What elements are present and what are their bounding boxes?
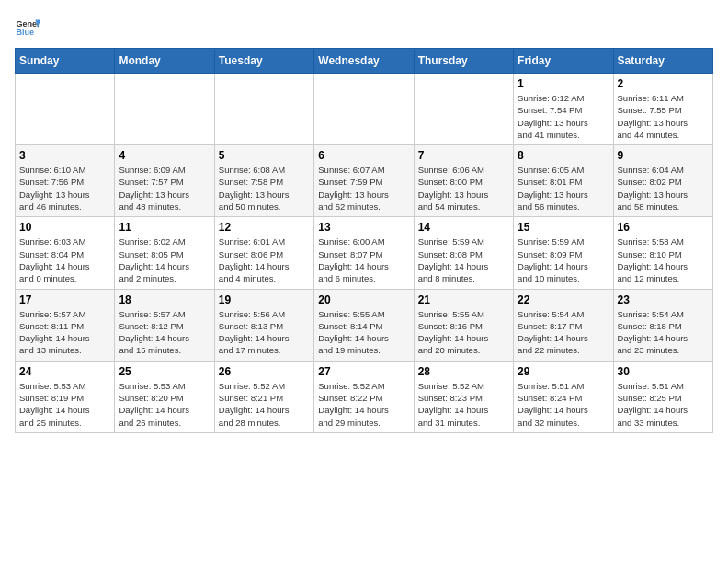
day-number: 26 — [219, 365, 310, 378]
calendar-cell: 26Sunrise: 5:52 AM Sunset: 8:21 PM Dayli… — [214, 361, 313, 432]
day-number: 14 — [418, 221, 509, 234]
calendar-cell: 30Sunrise: 5:51 AM Sunset: 8:25 PM Dayli… — [613, 361, 712, 432]
calendar-cell: 29Sunrise: 5:51 AM Sunset: 8:24 PM Dayli… — [514, 361, 613, 432]
page-header: General Blue — [15, 15, 713, 40]
day-number: 27 — [318, 365, 409, 378]
calendar-table: SundayMondayTuesdayWednesdayThursdayFrid… — [15, 48, 713, 433]
day-number: 20 — [318, 293, 409, 306]
calendar-cell — [414, 74, 513, 145]
calendar-cell: 15Sunrise: 5:59 AM Sunset: 8:09 PM Dayli… — [514, 217, 613, 289]
logo: General Blue — [15, 15, 40, 40]
calendar-cell: 17Sunrise: 5:57 AM Sunset: 8:11 PM Dayli… — [16, 289, 115, 361]
calendar-cell: 22Sunrise: 5:54 AM Sunset: 8:17 PM Dayli… — [514, 289, 613, 361]
calendar-cell: 23Sunrise: 5:54 AM Sunset: 8:18 PM Dayli… — [613, 289, 712, 361]
day-info: Sunrise: 5:52 AM Sunset: 8:21 PM Dayligh… — [219, 380, 310, 429]
day-info: Sunrise: 6:01 AM Sunset: 8:06 PM Dayligh… — [219, 236, 310, 284]
calendar-cell: 27Sunrise: 5:52 AM Sunset: 8:22 PM Dayli… — [314, 361, 414, 432]
day-number: 2 — [618, 77, 709, 90]
column-header-sunday: Sunday — [16, 49, 115, 74]
calendar-cell: 7Sunrise: 6:06 AM Sunset: 8:00 PM Daylig… — [414, 145, 513, 217]
day-info: Sunrise: 5:55 AM Sunset: 8:14 PM Dayligh… — [318, 308, 409, 357]
column-header-tuesday: Tuesday — [214, 49, 313, 74]
calendar-week-4: 17Sunrise: 5:57 AM Sunset: 8:11 PM Dayli… — [16, 289, 713, 361]
column-header-monday: Monday — [115, 49, 214, 74]
calendar-header-row: SundayMondayTuesdayWednesdayThursdayFrid… — [16, 49, 713, 74]
calendar-cell: 5Sunrise: 6:08 AM Sunset: 7:58 PM Daylig… — [214, 145, 313, 217]
day-number: 16 — [618, 221, 709, 234]
calendar-cell: 11Sunrise: 6:02 AM Sunset: 8:05 PM Dayli… — [115, 217, 214, 289]
day-number: 9 — [618, 149, 709, 162]
day-info: Sunrise: 5:53 AM Sunset: 8:19 PM Dayligh… — [19, 380, 110, 429]
day-number: 22 — [518, 293, 609, 306]
day-info: Sunrise: 5:54 AM Sunset: 8:18 PM Dayligh… — [618, 308, 709, 357]
day-info: Sunrise: 5:55 AM Sunset: 8:16 PM Dayligh… — [418, 308, 509, 357]
day-number: 30 — [618, 365, 709, 378]
calendar-week-5: 24Sunrise: 5:53 AM Sunset: 8:19 PM Dayli… — [16, 361, 713, 432]
day-info: Sunrise: 6:03 AM Sunset: 8:04 PM Dayligh… — [19, 236, 110, 284]
day-info: Sunrise: 6:07 AM Sunset: 7:59 PM Dayligh… — [318, 164, 409, 213]
calendar-cell — [115, 74, 214, 145]
calendar-cell: 3Sunrise: 6:10 AM Sunset: 7:56 PM Daylig… — [16, 145, 115, 217]
svg-text:Blue: Blue — [16, 28, 34, 37]
calendar-cell: 18Sunrise: 5:57 AM Sunset: 8:12 PM Dayli… — [115, 289, 214, 361]
day-number: 4 — [119, 149, 210, 162]
day-number: 6 — [318, 149, 409, 162]
day-number: 1 — [518, 77, 609, 90]
day-number: 11 — [119, 221, 210, 234]
day-info: Sunrise: 6:10 AM Sunset: 7:56 PM Dayligh… — [19, 164, 110, 213]
logo-icon: General Blue — [15, 15, 40, 40]
day-info: Sunrise: 5:57 AM Sunset: 8:11 PM Dayligh… — [19, 308, 110, 357]
calendar-cell: 12Sunrise: 6:01 AM Sunset: 8:06 PM Dayli… — [214, 217, 313, 289]
day-info: Sunrise: 6:11 AM Sunset: 7:55 PM Dayligh… — [618, 92, 709, 141]
day-number: 28 — [418, 365, 509, 378]
calendar-cell: 6Sunrise: 6:07 AM Sunset: 7:59 PM Daylig… — [314, 145, 414, 217]
calendar-cell: 24Sunrise: 5:53 AM Sunset: 8:19 PM Dayli… — [16, 361, 115, 432]
calendar-cell: 19Sunrise: 5:56 AM Sunset: 8:13 PM Dayli… — [214, 289, 313, 361]
day-number: 12 — [219, 221, 310, 234]
column-header-friday: Friday — [514, 49, 613, 74]
calendar-cell: 28Sunrise: 5:52 AM Sunset: 8:23 PM Dayli… — [414, 361, 513, 432]
calendar-cell: 4Sunrise: 6:09 AM Sunset: 7:57 PM Daylig… — [115, 145, 214, 217]
day-info: Sunrise: 6:09 AM Sunset: 7:57 PM Dayligh… — [119, 164, 210, 213]
day-info: Sunrise: 6:08 AM Sunset: 7:58 PM Dayligh… — [219, 164, 310, 213]
day-info: Sunrise: 6:06 AM Sunset: 8:00 PM Dayligh… — [418, 164, 509, 213]
column-header-thursday: Thursday — [414, 49, 513, 74]
day-number: 18 — [119, 293, 210, 306]
day-number: 10 — [19, 221, 110, 234]
day-info: Sunrise: 5:54 AM Sunset: 8:17 PM Dayligh… — [518, 308, 609, 357]
day-number: 17 — [19, 293, 110, 306]
column-header-saturday: Saturday — [613, 49, 712, 74]
calendar-cell: 9Sunrise: 6:04 AM Sunset: 8:02 PM Daylig… — [613, 145, 712, 217]
calendar-cell: 21Sunrise: 5:55 AM Sunset: 8:16 PM Dayli… — [414, 289, 513, 361]
day-number: 8 — [518, 149, 609, 162]
day-info: Sunrise: 5:53 AM Sunset: 8:20 PM Dayligh… — [119, 380, 210, 429]
day-number: 15 — [518, 221, 609, 234]
calendar-cell — [16, 74, 115, 145]
day-number: 23 — [618, 293, 709, 306]
day-number: 29 — [518, 365, 609, 378]
day-info: Sunrise: 5:57 AM Sunset: 8:12 PM Dayligh… — [119, 308, 210, 357]
day-number: 3 — [19, 149, 110, 162]
calendar-cell: 2Sunrise: 6:11 AM Sunset: 7:55 PM Daylig… — [613, 74, 712, 145]
day-info: Sunrise: 6:02 AM Sunset: 8:05 PM Dayligh… — [119, 236, 210, 284]
calendar-cell: 13Sunrise: 6:00 AM Sunset: 8:07 PM Dayli… — [314, 217, 414, 289]
day-number: 5 — [219, 149, 310, 162]
calendar-cell: 1Sunrise: 6:12 AM Sunset: 7:54 PM Daylig… — [514, 74, 613, 145]
day-info: Sunrise: 5:51 AM Sunset: 8:24 PM Dayligh… — [518, 380, 609, 429]
calendar-cell: 10Sunrise: 6:03 AM Sunset: 8:04 PM Dayli… — [16, 217, 115, 289]
calendar-cell: 16Sunrise: 5:58 AM Sunset: 8:10 PM Dayli… — [613, 217, 712, 289]
day-info: Sunrise: 6:05 AM Sunset: 8:01 PM Dayligh… — [518, 164, 609, 213]
day-number: 7 — [418, 149, 509, 162]
calendar-cell: 8Sunrise: 6:05 AM Sunset: 8:01 PM Daylig… — [514, 145, 613, 217]
column-header-wednesday: Wednesday — [314, 49, 414, 74]
day-number: 13 — [318, 221, 409, 234]
day-info: Sunrise: 6:00 AM Sunset: 8:07 PM Dayligh… — [318, 236, 409, 284]
day-info: Sunrise: 5:52 AM Sunset: 8:22 PM Dayligh… — [318, 380, 409, 429]
day-number: 19 — [219, 293, 310, 306]
calendar-week-1: 1Sunrise: 6:12 AM Sunset: 7:54 PM Daylig… — [16, 74, 713, 145]
day-info: Sunrise: 5:59 AM Sunset: 8:08 PM Dayligh… — [418, 236, 509, 284]
day-number: 25 — [119, 365, 210, 378]
day-info: Sunrise: 5:56 AM Sunset: 8:13 PM Dayligh… — [219, 308, 310, 357]
calendar-cell: 25Sunrise: 5:53 AM Sunset: 8:20 PM Dayli… — [115, 361, 214, 432]
day-info: Sunrise: 5:51 AM Sunset: 8:25 PM Dayligh… — [618, 380, 709, 429]
